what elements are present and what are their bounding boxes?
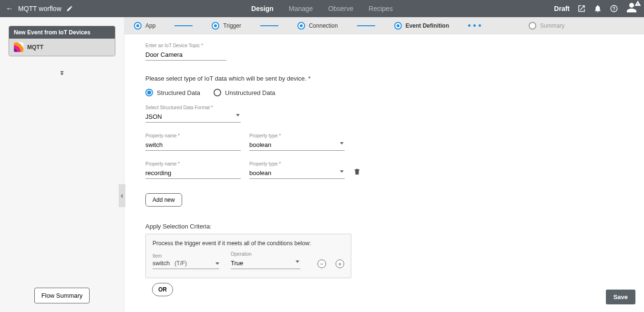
criteria-desc: Process the trigger event if it meets al… (153, 240, 344, 247)
criteria-title: Apply Selection Criteria: (145, 223, 623, 230)
card-app-label: MQTT (27, 44, 43, 51)
step-trigger[interactable]: Trigger (212, 22, 241, 30)
topbar-left: ← MQTT worflow (0, 4, 73, 13)
criteria-box: Process the trigger event if it meets al… (145, 234, 351, 278)
add-new-button[interactable]: Add new (145, 193, 182, 207)
radio-label: Unstructured Data (225, 89, 276, 96)
tab-label: Recipes (368, 5, 393, 12)
tab-recipes[interactable]: Recipes (368, 0, 394, 17)
property-name-label: Property name * (145, 161, 241, 166)
remove-condition-button[interactable]: − (317, 260, 326, 268)
step-summary[interactable]: Summary (529, 22, 564, 30)
property-row: Property name * Property type * (145, 133, 623, 151)
property-type-select[interactable] (249, 139, 345, 151)
radio-icon (214, 89, 221, 96)
warning-icon (634, 0, 641, 7)
stepper: App Trigger Connection Event Definition … (124, 17, 644, 34)
property-name-input[interactable] (145, 139, 241, 151)
step-dots-icon (468, 24, 481, 27)
step-connector (260, 25, 278, 26)
form-area: Enter an IoT Device Topic * Please selec… (124, 34, 644, 312)
left-panel: New Event from IoT Devices MQTT Flow Sum… (0, 17, 124, 312)
step-label: Trigger (223, 22, 241, 29)
collapse-panel-handle[interactable]: ‹ (119, 184, 125, 207)
property-name-label: Property name * (145, 133, 241, 138)
step-connection[interactable]: Connection (297, 22, 338, 30)
property-name-input[interactable] (145, 167, 241, 179)
add-condition-button[interactable]: + (336, 260, 344, 268)
property-type-label: Property type * (249, 133, 345, 138)
step-label: App (145, 22, 155, 29)
trash-icon[interactable] (353, 168, 361, 179)
mqtt-logo-icon (14, 42, 23, 52)
flow-summary-button[interactable]: Flow Summary (34, 288, 90, 303)
main: New Event from IoT Devices MQTT Flow Sum… (0, 17, 644, 312)
radio-unstructured[interactable]: Unstructured Data (214, 89, 276, 96)
status-label: Draft (554, 5, 570, 12)
edit-icon[interactable] (66, 5, 73, 12)
step-circle-icon (529, 22, 536, 30)
tab-label: Manage (289, 5, 313, 12)
criteria-op-select[interactable] (231, 258, 300, 269)
step-circle-icon (134, 22, 142, 30)
step-connector (174, 25, 193, 26)
property-type-label: Property type * (249, 161, 345, 166)
topic-input[interactable] (145, 49, 226, 61)
card-header: New Event from IoT Devices (9, 26, 115, 39)
step-connector (357, 25, 375, 26)
help-icon[interactable] (610, 4, 618, 13)
tab-label: Design (251, 5, 274, 12)
criteria-item-tf: (T/F) (174, 260, 187, 267)
save-button[interactable]: Save (606, 290, 635, 304)
or-button[interactable]: OR (152, 283, 173, 296)
tab-label: Observe (328, 5, 353, 12)
criteria-row: Item switch (T/F) Operation − + (153, 251, 344, 269)
tab-observe[interactable]: Observe (327, 0, 354, 17)
chevron-double-down-icon[interactable] (58, 69, 66, 79)
avatar-wrap[interactable] (626, 2, 637, 15)
format-group: Select Structured Data Format * (145, 105, 623, 123)
open-external-icon[interactable] (577, 4, 586, 13)
step-label: Event Definition (406, 22, 449, 29)
criteria-crud-buttons: − + (317, 260, 344, 269)
step-label: Connection (309, 22, 338, 29)
step-circle-icon (212, 22, 219, 30)
tab-design[interactable]: Design (250, 0, 275, 17)
radio-structured[interactable]: Structured Data (145, 89, 200, 96)
step-label: Summary (540, 22, 564, 29)
data-type-prompt: Please select type of IoT data which wil… (145, 75, 623, 82)
format-label: Select Structured Data Format * (145, 105, 623, 110)
radio-icon (145, 89, 153, 96)
topic-group: Enter an IoT Device Topic * (145, 43, 623, 61)
criteria-item-value: switch (153, 260, 170, 267)
radio-row: Structured Data Unstructured Data (145, 89, 623, 96)
format-select[interactable] (145, 111, 241, 123)
card-body: MQTT (9, 39, 115, 56)
property-type-select[interactable] (249, 167, 345, 179)
back-arrow-icon[interactable]: ← (6, 4, 13, 13)
topbar: ← MQTT worflow Design Manage Observe Rec… (0, 0, 644, 17)
criteria-item-select[interactable]: switch (T/F) (153, 260, 219, 269)
top-tabs: Design Manage Observe Recipes (250, 0, 394, 17)
criteria-op-label: Operation (231, 251, 300, 257)
radio-label: Structured Data (157, 89, 200, 96)
tab-manage[interactable]: Manage (288, 0, 314, 17)
bell-icon[interactable] (593, 4, 602, 13)
step-circle-icon (297, 22, 305, 30)
step-circle-icon (394, 22, 402, 30)
property-row: Property name * Property type * (145, 161, 623, 179)
content: ‹ App Trigger Connection Event Definitio… (124, 17, 644, 312)
step-app[interactable]: App (134, 22, 155, 30)
caret-down-icon (215, 262, 219, 265)
criteria-item-label: Item (153, 253, 219, 259)
workflow-title: MQTT worflow (18, 5, 61, 12)
topic-label: Enter an IoT Device Topic * (145, 43, 623, 48)
topbar-right: Draft (554, 2, 644, 15)
step-event-definition[interactable]: Event Definition (394, 22, 449, 30)
event-card[interactable]: New Event from IoT Devices MQTT (9, 26, 115, 56)
